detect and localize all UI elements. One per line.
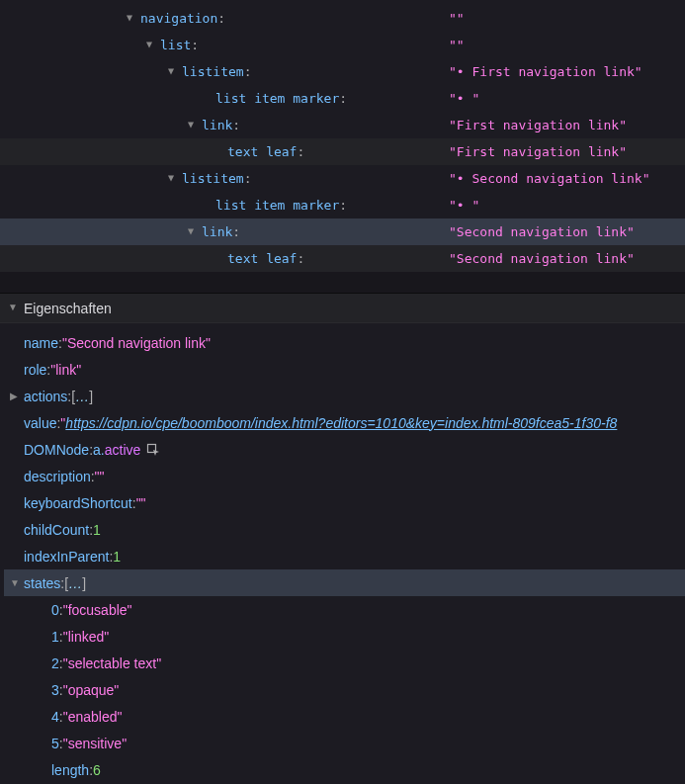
tree-role: list bbox=[160, 32, 191, 58]
chevron-right-icon[interactable]: ▶ bbox=[10, 391, 18, 401]
colon: : bbox=[244, 58, 252, 85]
dom-class: active bbox=[105, 442, 141, 458]
section-title: Eigenschaften bbox=[24, 301, 112, 316]
prop-url[interactable]: https://cdpn.io/cpe/boomboom/index.html?… bbox=[65, 415, 617, 431]
colon: : bbox=[232, 112, 240, 138]
chevron-down-icon[interactable]: ▼ bbox=[188, 111, 198, 137]
prop-description[interactable]: description: "" bbox=[4, 463, 685, 489]
prop-key: description bbox=[24, 469, 91, 484]
prop-indexinparent[interactable]: indexInParent: 1 bbox=[4, 543, 685, 569]
tree-row-link[interactable]: ▼ link: "First navigation link" bbox=[0, 112, 685, 138]
state-item[interactable]: 2: "selectable text" bbox=[4, 650, 685, 676]
prop-keyboardshortcut[interactable]: keyboardShortcut: "" bbox=[4, 489, 685, 516]
chevron-down-icon[interactable]: ▼ bbox=[127, 4, 136, 31]
prop-value[interactable]: value: "https://cdpn.io/cpe/boomboom/ind… bbox=[4, 409, 685, 436]
prop-value: 1 bbox=[93, 522, 101, 538]
prop-value: "" bbox=[95, 469, 105, 484]
tree-row-textleaf[interactable]: text leaf: "Second navigation link" bbox=[0, 245, 685, 272]
prop-key: role bbox=[24, 362, 46, 378]
prop-key: states bbox=[24, 575, 60, 591]
prop-states[interactable]: ▼ states: […] bbox=[4, 569, 685, 596]
colon: : bbox=[217, 5, 225, 32]
state-length-value: 6 bbox=[93, 762, 101, 778]
colon: : bbox=[339, 85, 347, 112]
prop-value: "Second navigation link" bbox=[62, 335, 211, 351]
tree-value: "First navigation link" bbox=[449, 138, 627, 165]
state-value: "selectable text" bbox=[63, 655, 161, 671]
chevron-down-icon[interactable]: ▼ bbox=[168, 57, 178, 84]
chevron-down-icon[interactable]: ▼ bbox=[8, 302, 18, 312]
tree-value: "Second navigation link" bbox=[449, 245, 635, 272]
state-item[interactable]: 3: "opaque" bbox=[4, 676, 685, 703]
colon: : bbox=[339, 192, 347, 218]
chevron-down-icon[interactable]: ▼ bbox=[168, 164, 178, 191]
tree-row-marker[interactable]: list item marker: "• " bbox=[0, 85, 685, 112]
prop-key: actions bbox=[24, 389, 67, 404]
tree-value: "First navigation link" bbox=[449, 112, 627, 138]
colon: : bbox=[297, 138, 304, 165]
prop-key: DOMNode bbox=[24, 442, 89, 458]
prop-value: […] bbox=[71, 389, 93, 404]
state-length[interactable]: length: 6 bbox=[4, 756, 685, 783]
prop-key: indexInParent bbox=[24, 549, 109, 565]
prop-childcount[interactable]: childCount: 1 bbox=[4, 516, 685, 543]
tree-row-textleaf[interactable]: text leaf: "First navigation link" bbox=[0, 138, 685, 165]
prop-actions[interactable]: ▶ actions: […] bbox=[4, 383, 685, 409]
tree-value: "" bbox=[449, 5, 465, 32]
prop-value: 1 bbox=[113, 549, 121, 565]
tree-role: list item marker bbox=[215, 192, 339, 218]
tree-row-listitem[interactable]: ▼ listitem: "• First navigation link" bbox=[0, 58, 685, 85]
tree-value: "• " bbox=[449, 192, 479, 218]
tree-role: text leaf bbox=[227, 138, 297, 165]
state-length-key: length bbox=[51, 762, 89, 778]
tree-value: "• " bbox=[449, 85, 479, 112]
tree-row-listitem[interactable]: ▼ listitem: "• Second navigation link" bbox=[0, 165, 685, 192]
tree-role: listitem bbox=[182, 165, 244, 192]
tree-role: link bbox=[202, 218, 232, 245]
prop-value: "" bbox=[136, 495, 146, 511]
colon: : bbox=[244, 165, 252, 192]
chevron-down-icon[interactable]: ▼ bbox=[188, 218, 198, 244]
tree-value: "Second navigation link" bbox=[449, 218, 635, 245]
prop-key: value bbox=[24, 415, 56, 431]
tree-row-navigation[interactable]: ▼ navigation: "" bbox=[0, 5, 685, 32]
tree-row-link-selected[interactable]: ▼ link: "Second navigation link" bbox=[0, 218, 685, 245]
panel-divider bbox=[0, 272, 685, 294]
prop-key: childCount bbox=[24, 522, 89, 538]
dom-tag: a. bbox=[93, 442, 105, 458]
state-index: 1 bbox=[51, 629, 59, 645]
inspect-icon[interactable] bbox=[146, 443, 160, 457]
prop-value: "link" bbox=[50, 362, 81, 378]
state-item[interactable]: 1: "linked" bbox=[4, 623, 685, 650]
state-index: 3 bbox=[51, 682, 59, 698]
prop-key: name bbox=[24, 335, 58, 351]
tree-role: list item marker bbox=[215, 85, 339, 112]
prop-role[interactable]: role: "link" bbox=[4, 356, 685, 383]
state-item[interactable]: 5: "sensitive" bbox=[4, 730, 685, 756]
state-value: "focusable" bbox=[63, 602, 132, 618]
properties-section-header[interactable]: ▼ Eigenschaften bbox=[0, 294, 685, 323]
state-item[interactable]: 0: "focusable" bbox=[4, 596, 685, 623]
prop-name[interactable]: name: "Second navigation link" bbox=[4, 329, 685, 356]
state-value: "opaque" bbox=[63, 682, 120, 698]
state-index: 5 bbox=[51, 736, 59, 751]
state-item[interactable]: 4: "enabled" bbox=[4, 703, 685, 730]
prop-domnode[interactable]: DOMNode: a.active bbox=[4, 436, 685, 463]
state-value: "sensitive" bbox=[63, 736, 127, 751]
colon: : bbox=[191, 32, 199, 58]
chevron-down-icon[interactable]: ▼ bbox=[146, 31, 156, 57]
state-index: 0 bbox=[51, 602, 59, 618]
tree-value: "• First navigation link" bbox=[449, 58, 642, 85]
tree-role: text leaf bbox=[227, 245, 297, 272]
colon: : bbox=[232, 218, 240, 245]
tree-role: link bbox=[202, 112, 232, 138]
tree-role: navigation bbox=[140, 5, 217, 32]
tree-value: "• Second navigation link" bbox=[449, 165, 650, 192]
tree-role: listitem bbox=[182, 58, 244, 85]
properties-panel: name: "Second navigation link" role: "li… bbox=[0, 323, 685, 783]
prop-value: […] bbox=[64, 575, 86, 591]
tree-row-list[interactable]: ▼ list: "" bbox=[0, 32, 685, 58]
tree-row-marker[interactable]: list item marker: "• " bbox=[0, 192, 685, 218]
chevron-down-icon[interactable]: ▼ bbox=[10, 577, 20, 588]
tree-value: "" bbox=[449, 32, 465, 58]
